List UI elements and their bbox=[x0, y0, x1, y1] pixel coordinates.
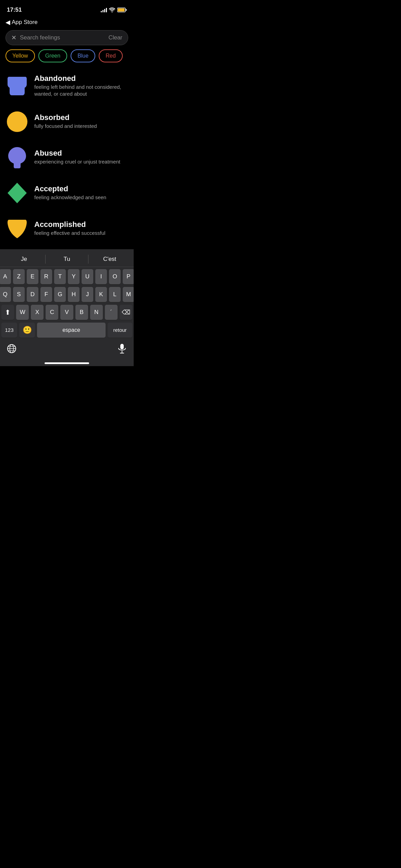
back-nav[interactable]: ◀ App Store bbox=[0, 17, 134, 29]
feeling-name: Absorbed bbox=[34, 113, 97, 122]
search-placeholder: Search feelings bbox=[20, 34, 105, 41]
key-y[interactable]: Y bbox=[68, 269, 80, 284]
search-close-icon[interactable]: ✕ bbox=[11, 34, 16, 41]
abused-blob bbox=[5, 146, 29, 169]
suggestion-je[interactable]: Je bbox=[3, 256, 45, 263]
list-item[interactable]: Absorbed fully focused and interested bbox=[5, 104, 128, 140]
key-numbers[interactable]: 123 bbox=[1, 323, 17, 338]
feeling-description: fully focused and interested bbox=[34, 123, 97, 130]
key-q[interactable]: Q bbox=[0, 287, 11, 302]
feeling-text: Accepted feeling acknowledged and seen bbox=[34, 184, 106, 201]
back-chevron-icon: ◀ bbox=[5, 19, 10, 26]
svg-rect-9 bbox=[120, 344, 124, 349]
key-f[interactable]: F bbox=[40, 287, 52, 302]
key-h[interactable]: H bbox=[68, 287, 80, 302]
search-bar[interactable]: ✕ Search feelings Clear bbox=[5, 30, 128, 45]
globe-icon[interactable] bbox=[5, 342, 19, 355]
key-s[interactable]: S bbox=[13, 287, 25, 302]
key-g[interactable]: G bbox=[54, 287, 66, 302]
filter-yellow[interactable]: Yellow bbox=[5, 49, 35, 62]
key-v[interactable]: V bbox=[60, 305, 73, 320]
microphone-icon[interactable] bbox=[115, 342, 129, 355]
key-m[interactable]: M bbox=[123, 287, 134, 302]
filter-blue[interactable]: Blue bbox=[71, 49, 95, 62]
key-emoji[interactable]: 🙂 bbox=[19, 323, 35, 338]
key-l[interactable]: L bbox=[109, 287, 121, 302]
keyboard: Je Tu C'est A Z E R T Y U I O P Q S D F … bbox=[0, 249, 134, 366]
feeling-name: Accepted bbox=[34, 184, 106, 193]
key-p[interactable]: P bbox=[123, 269, 134, 284]
svg-rect-2 bbox=[126, 9, 127, 11]
key-r[interactable]: R bbox=[40, 269, 52, 284]
keyboard-bottom-row bbox=[0, 340, 134, 360]
list-item[interactable]: Accepted feeling acknowledged and seen bbox=[5, 175, 128, 211]
absorbed-blob bbox=[5, 110, 29, 133]
search-bar-container: ✕ Search feelings Clear bbox=[0, 29, 134, 49]
key-e[interactable]: E bbox=[27, 269, 38, 284]
key-u[interactable]: U bbox=[82, 269, 93, 284]
home-bar bbox=[45, 362, 89, 364]
accepted-blob bbox=[5, 181, 29, 205]
feeling-name: Abandoned bbox=[34, 74, 128, 83]
feeling-description: feeling left behind and not considered, … bbox=[34, 84, 128, 98]
feeling-text: Accomplished feeling effective and succe… bbox=[34, 220, 105, 237]
key-j[interactable]: J bbox=[82, 287, 93, 302]
key-row-1: A Z E R T Y U I O P bbox=[1, 269, 132, 284]
accomplished-blob bbox=[5, 217, 29, 240]
signal-icon bbox=[101, 8, 107, 12]
back-label: App Store bbox=[12, 19, 38, 26]
abandoned-blob bbox=[5, 74, 29, 97]
key-backspace[interactable]: ⌫ bbox=[120, 305, 132, 320]
wifi-icon bbox=[109, 8, 115, 12]
status-icons bbox=[101, 8, 127, 12]
list-item[interactable]: Accomplished feeling effective and succe… bbox=[5, 211, 128, 246]
feeling-text: Abused experiencing cruel or unjust trea… bbox=[34, 149, 120, 165]
key-row-2: Q S D F G H J K L M bbox=[1, 287, 132, 302]
key-t[interactable]: T bbox=[54, 269, 66, 284]
key-z[interactable]: Z bbox=[13, 269, 25, 284]
status-time: 17:51 bbox=[7, 7, 22, 13]
key-shift[interactable]: ⬆ bbox=[1, 305, 14, 320]
feeling-description: experiencing cruel or unjust treatment bbox=[34, 158, 120, 165]
feeling-text: Absorbed fully focused and interested bbox=[34, 113, 97, 130]
suggestion-tu[interactable]: Tu bbox=[46, 256, 88, 263]
keyboard-suggestions: Je Tu C'est bbox=[0, 252, 134, 267]
key-c[interactable]: C bbox=[46, 305, 58, 320]
key-row-4: 123 🙂 espace retour bbox=[1, 323, 132, 338]
key-o[interactable]: O bbox=[109, 269, 121, 284]
svg-rect-1 bbox=[118, 9, 125, 12]
keyboard-rows: A Z E R T Y U I O P Q S D F G H J K L M … bbox=[0, 267, 134, 338]
key-a[interactable]: A bbox=[0, 269, 11, 284]
list-item[interactable]: Abandoned feeling left behind and not co… bbox=[5, 68, 128, 104]
filter-pills: Yellow Green Blue Red bbox=[0, 49, 134, 68]
key-w[interactable]: W bbox=[16, 305, 29, 320]
key-row-3: ⬆ W X C V B N ´ ⌫ bbox=[1, 305, 132, 320]
list-item[interactable]: Abused experiencing cruel or unjust trea… bbox=[5, 140, 128, 175]
status-bar: 17:51 bbox=[0, 0, 134, 17]
filter-green[interactable]: Green bbox=[38, 49, 67, 62]
key-n[interactable]: N bbox=[90, 305, 103, 320]
key-i[interactable]: I bbox=[95, 269, 107, 284]
key-k[interactable]: K bbox=[95, 287, 107, 302]
battery-icon bbox=[117, 8, 127, 12]
key-accent[interactable]: ´ bbox=[105, 305, 118, 320]
key-d[interactable]: D bbox=[27, 287, 38, 302]
key-b[interactable]: B bbox=[75, 305, 88, 320]
filter-red[interactable]: Red bbox=[99, 49, 122, 62]
feeling-list: Abandoned feeling left behind and not co… bbox=[0, 68, 134, 246]
search-clear-button[interactable]: Clear bbox=[108, 34, 122, 41]
key-return[interactable]: retour bbox=[108, 323, 132, 338]
feeling-name: Abused bbox=[34, 149, 120, 158]
feeling-name: Accomplished bbox=[34, 220, 105, 229]
svg-point-3 bbox=[7, 111, 27, 132]
key-x[interactable]: X bbox=[31, 305, 44, 320]
feeling-description: feeling effective and successful bbox=[34, 230, 105, 237]
home-indicator bbox=[0, 360, 134, 366]
feeling-text: Abandoned feeling left behind and not co… bbox=[34, 74, 128, 98]
suggestion-cest[interactable]: C'est bbox=[88, 256, 131, 263]
feeling-description: feeling acknowledged and seen bbox=[34, 194, 106, 201]
key-space[interactable]: espace bbox=[37, 323, 106, 338]
